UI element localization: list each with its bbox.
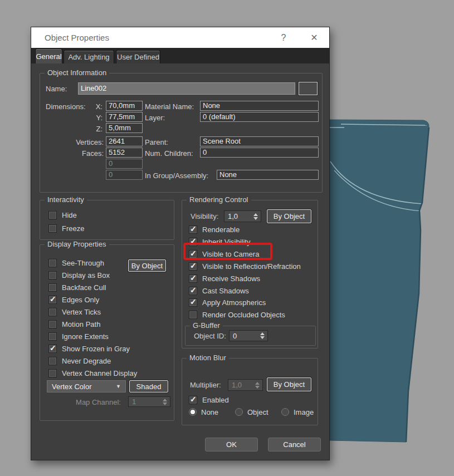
spinner-arrows-icon[interactable] — [253, 213, 261, 220]
material-name-label: Material Name: — [145, 102, 194, 111]
checkbox-box[interactable] — [48, 271, 57, 279]
titlebar[interactable]: Object Properties ? ✕ — [31, 27, 329, 48]
group-title: Interactivity — [45, 195, 87, 204]
radio-button[interactable] — [281, 408, 289, 416]
checkbox-box[interactable] — [189, 225, 197, 234]
name-label: Name: — [46, 85, 67, 93]
checkbox-box[interactable] — [189, 311, 197, 319]
checkbox-apply-atmospherics[interactable]: Apply Atmospherics — [189, 298, 266, 307]
shaded-button[interactable]: Shaded — [129, 380, 168, 392]
checkbox-box[interactable] — [48, 283, 57, 292]
checkbox-render-occluded-objects[interactable]: Render Occluded Objects — [189, 310, 285, 319]
radio-button[interactable] — [235, 408, 243, 416]
layer-field[interactable]: 0 (default) — [200, 112, 319, 122]
cancel-button[interactable]: Cancel — [268, 438, 321, 452]
checkbox-box[interactable] — [48, 345, 57, 353]
dim-x-field[interactable]: 70,0mm — [106, 101, 143, 111]
checkbox-box[interactable] — [48, 224, 57, 233]
checkbox-visible-to-reflection-refraction[interactable]: Visible to Reflection/Refraction — [189, 262, 301, 271]
multiplier-label: Multiplier: — [190, 381, 221, 389]
tab-user-defined[interactable]: User Defined — [116, 50, 160, 63]
close-icon[interactable]: ✕ — [306, 27, 323, 48]
checkbox-box[interactable] — [48, 296, 57, 304]
checkbox-box[interactable] — [48, 211, 57, 219]
checkbox-see-through[interactable]: See-Through — [48, 258, 104, 267]
checkbox-box[interactable] — [189, 274, 197, 283]
num-children-field: 0 — [200, 148, 319, 158]
checkbox-label: Edges Only — [62, 296, 99, 304]
checkbox-never-degrade[interactable]: Never Degrade — [48, 356, 111, 365]
radio-label: Object — [247, 408, 269, 416]
rendering-by-object-button[interactable]: By Object — [267, 209, 311, 223]
visibility-spinner[interactable]: 1,0 — [224, 210, 261, 222]
radio-object[interactable]: Object — [235, 408, 269, 416]
checkbox-box[interactable] — [48, 332, 57, 341]
checkbox-label: Display as Box — [62, 271, 110, 279]
checkbox-receive-shadows[interactable]: Receive Shadows — [189, 274, 260, 283]
dropdown-value: Vertex Color — [52, 382, 92, 391]
vertices-field: 2641 — [106, 136, 143, 146]
checkbox-vertex-ticks[interactable]: Vertex Ticks — [48, 307, 101, 316]
checkbox-freeze[interactable]: Freeze — [48, 224, 84, 233]
radio-label: Image — [294, 408, 314, 416]
checkbox-label: Vertex Channel Display — [62, 369, 137, 377]
radio-button[interactable] — [189, 408, 197, 416]
spinner-arrows-icon[interactable] — [260, 332, 267, 339]
tab-general[interactable]: General — [35, 48, 62, 63]
checkbox-show-frozen-in-gray[interactable]: Show Frozen in Gray — [48, 344, 130, 353]
checkbox-ignore-extents[interactable]: Ignore Extents — [48, 332, 109, 341]
checkbox-hide[interactable]: Hide — [48, 210, 77, 219]
faces-label: Faces: — [62, 149, 104, 158]
checkbox-motion-path[interactable]: Motion Path — [48, 320, 100, 328]
help-icon[interactable]: ? — [275, 27, 292, 48]
layer-label: Layer: — [145, 114, 165, 122]
name-input[interactable]: Line002 — [78, 82, 295, 95]
checkbox-display-as-box[interactable]: Display as Box — [48, 271, 110, 279]
checkbox-label: Motion Path — [62, 320, 100, 328]
checkbox-box[interactable] — [48, 259, 57, 267]
checkbox-box[interactable] — [48, 320, 57, 328]
faces-field: 5152 — [106, 148, 143, 158]
checkbox-enabled[interactable]: Enabled — [189, 395, 229, 404]
checkbox-box[interactable] — [48, 357, 57, 365]
checkbox-vertex-channel-display[interactable]: Vertex Channel Display — [48, 369, 137, 377]
checkbox-box[interactable] — [48, 369, 57, 377]
radio-label: None — [201, 408, 218, 416]
tab-adv-lighting[interactable]: Adv. Lighting — [64, 50, 114, 63]
checkbox-box[interactable] — [189, 287, 197, 295]
checkbox-backface-cull[interactable]: Backface Cull — [48, 283, 106, 292]
display-by-object-button[interactable]: By Object — [128, 259, 166, 272]
radio-none[interactable]: None — [189, 408, 218, 416]
spare-field-1: 0 — [106, 159, 143, 169]
checkbox-box[interactable] — [189, 262, 197, 271]
spinner-value: 1,0 — [232, 381, 242, 389]
radio-image[interactable]: Image — [281, 408, 314, 416]
vertex-color-dropdown[interactable]: Vertex Color ▼ — [47, 380, 126, 392]
checkbox-cast-shadows[interactable]: Cast Shadows — [189, 286, 249, 295]
dim-x-label: X: — [94, 102, 102, 111]
checkbox-box[interactable] — [48, 308, 57, 316]
checkbox-label: Visible to Reflection/Refraction — [202, 262, 301, 271]
spare-field-2: 0 — [106, 170, 143, 180]
dim-z-field[interactable]: 5,0mm — [106, 123, 143, 133]
group-display-properties: Display Properties See-Through By Object… — [40, 244, 174, 421]
checkbox-box[interactable] — [189, 396, 197, 404]
dialog-title: Object Properties — [45, 33, 109, 42]
motion-blur-by-object-button[interactable]: By Object — [267, 377, 311, 391]
name-extra-button[interactable] — [299, 82, 318, 95]
dim-z-label: Z: — [94, 125, 102, 133]
tab-strip: General Adv. Lighting User Defined — [31, 48, 329, 63]
checkbox-box[interactable] — [189, 298, 197, 307]
ok-button[interactable]: OK — [205, 438, 258, 452]
checkbox-label: Receive Shadows — [202, 274, 260, 283]
spinner-arrows-icon — [255, 382, 262, 389]
num-children-label: Num. Children: — [145, 149, 193, 158]
checkbox-label: Show Frozen in Gray — [62, 345, 130, 353]
checkbox-renderable[interactable]: Renderable — [189, 225, 240, 234]
object-id-spinner[interactable]: 0 — [229, 330, 268, 341]
spinner-value: 1 — [132, 398, 136, 406]
dim-y-field[interactable]: 77,5mm — [106, 112, 143, 122]
checkbox-edges-only[interactable]: Edges Only — [48, 295, 99, 304]
material-name-field[interactable]: None — [200, 101, 319, 111]
group-title: G-Buffer — [190, 321, 223, 330]
